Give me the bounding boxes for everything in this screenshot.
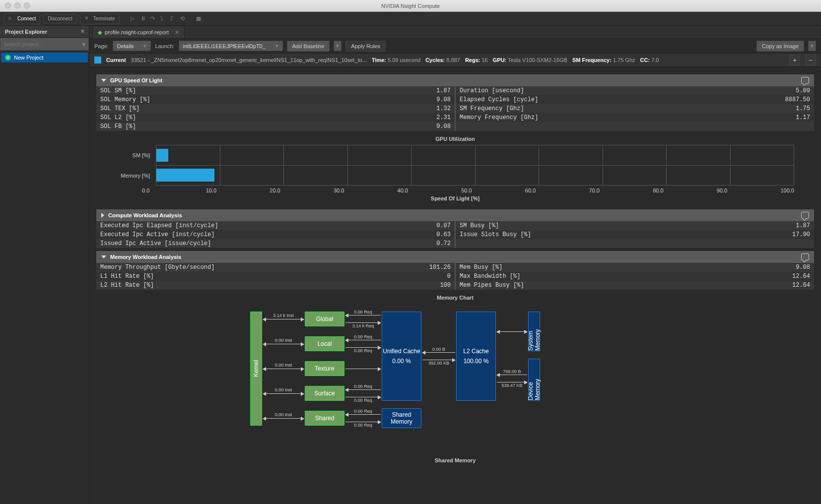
current-bar: Current 33521 - _ZN5mxnet2op8mxnet_op20m…	[89, 54, 821, 67]
metric-row: SOL SM [%]1.87	[96, 86, 455, 95]
metric-row: Memory Throughput [Gbyte/second]101.26	[96, 263, 455, 272]
node-global: Global	[305, 312, 344, 326]
node-l2-cache: L2 Cache100.00 %	[456, 312, 496, 401]
node-system-memory: System Memory	[528, 312, 540, 351]
panel-header: Project Explorer ✕	[0, 26, 89, 38]
caret-right-icon	[101, 213, 104, 218]
project-icon	[5, 55, 11, 61]
add-button[interactable]: +	[789, 55, 800, 65]
launch-label: Launch:	[155, 43, 174, 49]
report-icon: ◆	[98, 29, 102, 36]
node-shared: Shared	[305, 411, 344, 426]
project-explorer-panel: Project Explorer ✕ ▾ New Project	[0, 26, 89, 504]
close-icon[interactable]: ✕	[175, 29, 179, 36]
memory-metrics: Memory Throughput [Gbyte/second]101.26L1…	[96, 263, 814, 290]
metric-row: Mem Pipes Busy [%]12.64	[456, 281, 814, 290]
app-title: NVIDIA Nsight Compute	[381, 3, 440, 9]
comment-icon[interactable]	[801, 77, 809, 84]
node-shared-memory: Shared Memory	[382, 408, 421, 428]
apply-rules-button[interactable]: Apply Rules	[345, 41, 386, 52]
node-kernel: Kernel	[250, 312, 262, 426]
launch-select[interactable]: intlLi0EEELi1EEEJPfEEEviDpT0_▾	[179, 41, 283, 51]
section-sol-header[interactable]: GPU Speed Of Light	[96, 74, 814, 86]
gpu-util-chart: SM [%] Memory [%]	[96, 145, 814, 186]
traffic-lights	[5, 2, 30, 8]
report-toolbar: Page: Details▾ Launch: intlLi0EEELi1EEEJ…	[89, 39, 821, 54]
step-into-icon[interactable]: ⤵	[160, 15, 167, 22]
step-over-icon[interactable]: ↷	[150, 15, 157, 22]
close-icon[interactable]	[5, 2, 11, 8]
metric-row: Issued Ipc Active [issue/cycle]0.72	[96, 239, 455, 248]
pause-icon[interactable]: ⏸	[140, 15, 147, 22]
node-device-memory: Device Memory	[528, 359, 540, 401]
step-out-icon[interactable]: ⤴	[170, 15, 177, 22]
minus-button[interactable]: −	[805, 55, 816, 65]
report-scroll[interactable]: GPU Speed Of Light SOL SM [%]1.87SOL Mem…	[89, 67, 821, 504]
chevron-down-icon[interactable]: ▾	[82, 41, 85, 48]
report-tab[interactable]: ◆ profile.nsight-cuprof-report ✕	[92, 26, 185, 38]
metric-row: L1 Hit Rate [%]0	[96, 272, 455, 281]
current-chip	[94, 57, 101, 63]
section-compute-header[interactable]: Compute Workload Analysis	[96, 209, 814, 221]
sol-metrics: SOL SM [%]1.87SOL Memory [%]9.08SOL TEX …	[96, 86, 814, 131]
caret-down-icon	[101, 255, 106, 258]
metric-row: Mem Busy [%]9.08	[456, 263, 814, 272]
minimize-icon[interactable]	[14, 2, 20, 8]
metric-row: SM Busy [%]1.87	[456, 221, 814, 230]
node-surface: Surface	[305, 386, 344, 401]
play-icon[interactable]: ▷	[131, 15, 137, 22]
compute-metrics: Executed Ipc Elapsed [inst/cycle]0.07Exe…	[96, 221, 814, 248]
search-input[interactable]	[3, 41, 82, 47]
metric-row: Executed Ipc Elapsed [inst/cycle]0.07	[96, 221, 455, 230]
search-row: ▾	[0, 38, 89, 51]
copy-as-image-button[interactable]: Copy as Image	[756, 41, 804, 52]
metric-row: SOL Memory [%]9.08	[96, 95, 455, 104]
comment-icon[interactable]	[801, 253, 809, 260]
connect-button[interactable]: ⎋Connect	[4, 13, 40, 24]
metric-row: L2 Hit Rate [%]100	[96, 281, 455, 290]
filter-icon[interactable]: ▦	[196, 15, 203, 22]
add-baseline-button[interactable]: Add Baseline	[287, 41, 330, 52]
bar-mem	[156, 169, 214, 182]
metric-row: Issue Slots Busy [%]17.90	[456, 230, 814, 239]
stop-icon: ✕	[84, 15, 91, 22]
metric-row: Max Bandwidth [%]12.64	[456, 272, 814, 281]
node-texture: Texture	[305, 361, 344, 376]
node-unified-cache: Unified Cache0.00 %	[382, 312, 421, 401]
main-toolbar: ⎋Connect Disconnect ✕Terminate ▷ ⏸ ↷ ⤵ ⤴…	[0, 12, 821, 26]
metric-row: SM Frequency [Ghz]1.75	[456, 104, 814, 113]
metric-row: Elapsed Cycles [cycle]8887.50	[456, 95, 814, 104]
memory-diagram: Kernel Global Local Texture Surface Shar…	[96, 307, 814, 450]
comment-icon[interactable]	[801, 212, 809, 219]
editor-tabs: ◆ profile.nsight-cuprof-report ✕	[89, 26, 821, 39]
plug-icon: ⎋	[8, 15, 15, 22]
caret-down-icon	[101, 79, 106, 82]
metric-row: SOL L2 [%]2.31	[96, 113, 455, 122]
node-local: Local	[305, 336, 344, 351]
section-memory-header[interactable]: Memory Workload Analysis	[96, 251, 814, 263]
page-select[interactable]: Details▾	[113, 41, 151, 51]
metric-row: Duration [usecond]5.09	[456, 86, 814, 95]
zoom-icon[interactable]	[24, 2, 30, 8]
baseline-dropdown[interactable]: ▾	[334, 41, 342, 51]
metric-row: SOL TEX [%]1.32	[96, 104, 455, 113]
metric-row: Executed Ipc Active [inst/cycle]0.63	[96, 230, 455, 239]
terminate-button[interactable]: ✕Terminate	[80, 13, 120, 24]
page-label: Page:	[94, 43, 109, 49]
metric-row: SOL FB [%]9.08	[96, 122, 455, 131]
restart-icon[interactable]: ⟲	[180, 15, 187, 22]
bar-sm	[156, 149, 168, 162]
chart-title: GPU Utilization	[96, 131, 814, 145]
disconnect-button[interactable]: Disconnect	[43, 14, 76, 23]
project-item[interactable]: New Project	[1, 53, 88, 63]
metric-row: Memory Frequency [Ghz]1.17	[456, 113, 814, 122]
window-titlebar: NVIDIA Nsight Compute	[0, 0, 821, 12]
copy-dropdown[interactable]: ▾	[808, 41, 816, 51]
close-icon[interactable]: ✕	[80, 28, 85, 35]
